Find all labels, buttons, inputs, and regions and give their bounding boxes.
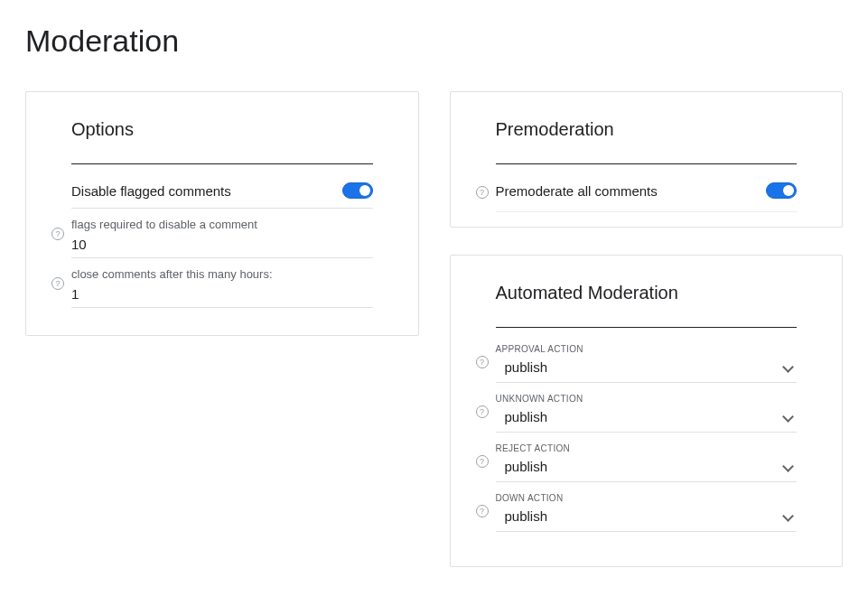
down-action-label: DOWN ACTION [496, 493, 798, 503]
close-after-label: close comments after this many hours: [71, 267, 373, 281]
close-after-field: close comments after this many hours: [71, 258, 373, 308]
divider [496, 531, 798, 532]
premoderate-all-label: Premoderate all comments [496, 183, 658, 199]
help-icon[interactable] [51, 277, 64, 290]
chevron-down-icon [784, 363, 793, 372]
unknown-action-value: publish [505, 409, 548, 424]
help-icon[interactable] [476, 505, 489, 517]
disable-flagged-row: Disable flagged comments [71, 177, 373, 208]
approval-action-select[interactable]: publish [496, 356, 798, 382]
chevron-down-icon [784, 512, 793, 521]
chevron-down-icon [784, 462, 793, 471]
premoderation-card-title: Premoderation [496, 119, 798, 140]
divider [496, 211, 798, 212]
premoderate-all-row: Premoderate all comments [496, 177, 798, 208]
divider [71, 307, 373, 308]
flags-required-field: flags required to disable a comment [71, 209, 373, 258]
reject-action-select[interactable]: publish [496, 455, 798, 481]
disable-flagged-label: Disable flagged comments [71, 183, 231, 199]
flags-required-label: flags required to disable a comment [71, 218, 373, 231]
flags-required-input[interactable] [71, 235, 373, 257]
premoderate-all-toggle[interactable] [766, 182, 797, 199]
down-action-field: DOWN ACTION publish [496, 489, 798, 532]
close-after-input[interactable] [71, 284, 373, 307]
automated-moderation-card-title: Automated Moderation [496, 283, 798, 303]
chevron-down-icon [784, 413, 793, 422]
reject-action-label: REJECT ACTION [496, 443, 798, 453]
help-icon[interactable] [51, 228, 64, 240]
unknown-action-field: UNKNOWN ACTION publish [496, 390, 798, 433]
options-card: Options Disable flagged comments flags r… [25, 91, 419, 336]
divider [496, 481, 798, 482]
page-title: Moderation [25, 23, 843, 59]
help-icon[interactable] [476, 186, 489, 199]
options-card-title: Options [71, 119, 373, 140]
help-icon[interactable] [476, 405, 489, 418]
divider [496, 382, 798, 383]
automated-moderation-card: Automated Moderation APPROVAL ACTION pub… [450, 255, 844, 567]
reject-action-value: publish [505, 459, 548, 474]
down-action-select[interactable]: publish [496, 505, 798, 531]
approval-action-value: publish [505, 359, 548, 375]
premoderation-card: Premoderation Premoderate all comments [450, 91, 844, 228]
unknown-action-label: UNKNOWN ACTION [496, 394, 798, 404]
approval-action-field: APPROVAL ACTION publish [496, 340, 798, 383]
divider [496, 432, 798, 433]
down-action-value: publish [505, 508, 548, 524]
approval-action-label: APPROVAL ACTION [496, 344, 798, 354]
divider [496, 327, 798, 328]
unknown-action-select[interactable]: publish [496, 405, 798, 432]
divider [496, 163, 798, 164]
divider [71, 163, 373, 164]
disable-flagged-toggle[interactable] [342, 182, 373, 199]
reject-action-field: REJECT ACTION publish [496, 440, 798, 482]
help-icon[interactable] [476, 356, 489, 368]
help-icon[interactable] [476, 455, 489, 468]
